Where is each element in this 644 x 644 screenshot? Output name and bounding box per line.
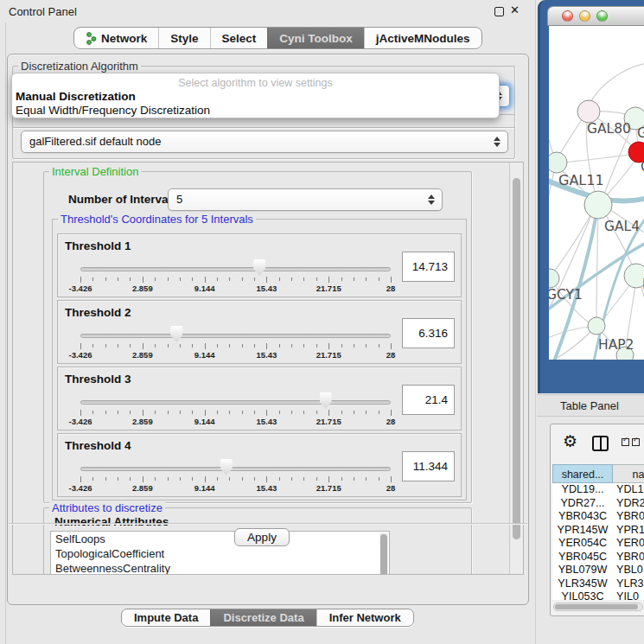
- table-row[interactable]: YBR045CYBR0: [552, 551, 644, 564]
- tab-select[interactable]: Select: [210, 28, 268, 48]
- bottom-tab-bar: Impute DataDiscretize DataInfer Network: [121, 609, 414, 627]
- close-icon[interactable]: ✕: [510, 3, 520, 16]
- float-window-icon[interactable]: [494, 7, 504, 16]
- table-row[interactable]: YBL079WYBL0: [552, 564, 644, 577]
- attribute-list-item[interactable]: TopologicalCoefficient: [51, 546, 389, 561]
- table-toolbar: ⚙: [551, 424, 644, 461]
- tab-jactivemnodules[interactable]: jActiveMNodules: [364, 28, 481, 48]
- threshold-slider[interactable]: -3.4262.8599.14415.4321.71528: [80, 367, 391, 430]
- threshold-slider[interactable]: -3.4262.8599.14415.4321.71528: [80, 234, 391, 296]
- tab-style[interactable]: Style: [158, 28, 209, 48]
- attribute-list-item[interactable]: BetweennessCentrality: [51, 561, 389, 575]
- tick-label: 15.43: [257, 284, 277, 293]
- table-row[interactable]: YDL19...YDL1: [552, 483, 644, 497]
- table-cell: YDL1: [613, 483, 644, 497]
- table-cell: YLR3: [613, 577, 644, 591]
- tick-label: -3.426: [69, 350, 92, 360]
- tab-label: Impute Data: [134, 611, 198, 624]
- attribute-list-item[interactable]: SelfLoops: [51, 532, 389, 546]
- threshold-row-3: Threshold 3-3.4262.8599.14415.4321.71528…: [57, 367, 462, 430]
- number-of-intervals-value: 5: [176, 193, 182, 206]
- slider-track[interactable]: [80, 267, 391, 271]
- table-cell: YBR0: [613, 510, 644, 524]
- network-node-h[interactable]: [624, 264, 644, 288]
- table-cell: YBR045C: [552, 551, 613, 564]
- slider-track[interactable]: [80, 467, 391, 471]
- slider-ticks: [80, 409, 391, 416]
- network-node-gal11[interactable]: [549, 152, 567, 173]
- table-row[interactable]: YER054CYER0: [552, 537, 644, 551]
- tick-label: 2.859: [132, 350, 153, 360]
- tab-cyni-toolbox[interactable]: Cyni Toolbox: [267, 28, 364, 48]
- numerical-attributes-list[interactable]: SelfLoopsTopologicalCoefficientBetweenne…: [50, 531, 390, 575]
- network-node-gal80[interactable]: [577, 100, 600, 123]
- apply-button[interactable]: Apply: [234, 528, 290, 546]
- slider-track[interactable]: [80, 334, 391, 338]
- zoom-traffic-light[interactable]: [596, 10, 608, 22]
- threshold-value-field[interactable]: 11.344: [402, 451, 455, 481]
- tab-impute-data[interactable]: Impute Data: [122, 609, 210, 626]
- table-cell: YBL079W: [552, 564, 613, 577]
- tick-label: -3.426: [69, 284, 92, 293]
- table-row[interactable]: YDR27...YDR2: [552, 497, 644, 511]
- dropdown-option-equal-width[interactable]: Equal Width/Frequency Discretization: [16, 104, 210, 117]
- threshold-value-field[interactable]: 14.713: [402, 252, 455, 282]
- tick-label: 2.859: [132, 284, 153, 293]
- table-row[interactable]: YPR145WYPR1: [552, 524, 644, 538]
- network-edge: [603, 280, 634, 321]
- slider-thumb[interactable]: [320, 392, 332, 409]
- table-column-header[interactable]: shared...: [552, 464, 613, 483]
- minimize-traffic-light[interactable]: [579, 10, 590, 22]
- table-cell: YDR2: [613, 497, 644, 511]
- slider-thumb[interactable]: [170, 326, 182, 342]
- network-edge: [558, 114, 585, 157]
- threshold-value-field[interactable]: 6.316: [402, 318, 455, 348]
- split-column-icon[interactable]: [592, 436, 609, 451]
- slider-ticks: [80, 342, 391, 349]
- table-row[interactable]: YBR043CYBR0: [552, 510, 644, 524]
- settings-scrollbar[interactable]: [509, 163, 523, 574]
- tick-label: 21.715: [316, 417, 341, 426]
- threshold-value-field[interactable]: 21.4: [402, 385, 455, 415]
- network-canvas[interactable]: GAL80GACGAL11GAL4GCY1HHAP2: [549, 26, 644, 360]
- network-node-gcy1[interactable]: [549, 269, 559, 288]
- dropdown-option-manual[interactable]: Manual Discretization: [16, 90, 136, 103]
- table-horizontal-scrollbar[interactable]: [553, 603, 643, 611]
- table-data-combobox[interactable]: galFiltered.sif default node: [21, 131, 508, 153]
- network-edge: [561, 154, 635, 163]
- tick-label: 28: [386, 483, 396, 493]
- list-scrollbar[interactable]: [379, 532, 388, 575]
- table-cell: YBR0: [613, 551, 644, 564]
- table-cell: YPR1: [613, 524, 644, 538]
- tick-label: -3.426: [69, 417, 92, 426]
- network-node-label: C: [641, 159, 644, 175]
- table-row[interactable]: YLR345WYLR3: [552, 577, 644, 591]
- tick-label: 9.144: [194, 417, 215, 426]
- close-traffic-light[interactable]: [562, 10, 573, 22]
- table-row[interactable]: YIL053CYIL0: [552, 590, 644, 600]
- slider-thumb[interactable]: [253, 259, 265, 276]
- tick-label: 9.144: [194, 350, 215, 360]
- table-cell: YER054C: [552, 537, 613, 551]
- interval-definition-group: Interval Definition Number of Intervals …: [43, 171, 472, 503]
- table-column-header[interactable]: na: [613, 464, 644, 483]
- tab-discretize-data[interactable]: Discretize Data: [210, 609, 316, 626]
- network-node-gal4[interactable]: [584, 191, 612, 219]
- table-data-value: galFiltered.sif default node: [29, 135, 161, 148]
- tick-label: 21.715: [316, 284, 341, 293]
- control-panel-title: Control Panel: [9, 5, 77, 18]
- network-node-hap2[interactable]: [588, 317, 605, 335]
- table-panel-title: Table Panel: [560, 399, 619, 412]
- tab-infer-network[interactable]: Infer Network: [316, 609, 413, 626]
- select-columns-icon[interactable]: [622, 438, 640, 446]
- slider-thumb[interactable]: [220, 459, 233, 475]
- tab-network[interactable]: Network: [74, 28, 158, 48]
- threshold-slider[interactable]: -3.4262.8599.14415.4321.71528: [80, 434, 391, 496]
- tab-label: Cyni Toolbox: [279, 32, 353, 45]
- dropdown-prompt: Select algorithm to view settings: [12, 77, 499, 89]
- slider-track[interactable]: [80, 400, 391, 405]
- table-cell: YPR145W: [552, 524, 613, 538]
- threshold-slider[interactable]: -3.4262.8599.14415.4321.71528: [80, 301, 391, 363]
- gear-icon[interactable]: ⚙: [563, 431, 577, 451]
- number-of-intervals-combobox[interactable]: 5: [168, 188, 443, 211]
